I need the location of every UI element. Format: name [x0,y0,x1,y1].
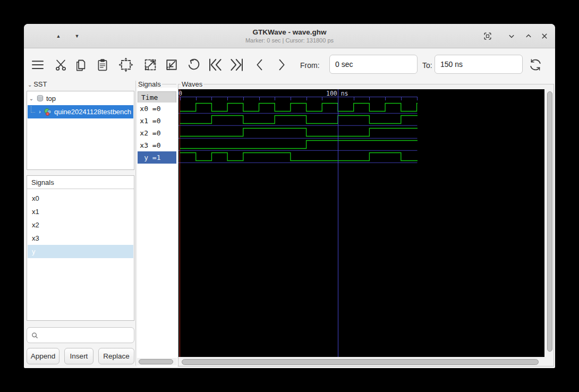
timeline-tick [291,97,291,100]
signal-value-row-x3[interactable]: x3 =0 [138,139,176,151]
tree-node-label: top [46,95,56,103]
waves-hscrollbar[interactable] [179,358,544,366]
window-title: GTKWave - wave.ghw [24,28,555,36]
module-icon [44,108,52,116]
signal-list: x0x1x2x3y [27,191,134,320]
signal-list-item-x1[interactable]: x1 [28,205,133,218]
step-right-icon[interactable] [273,56,290,73]
cursor-line[interactable] [338,89,338,357]
tree-node-label: quine20241128testbench [54,108,131,116]
copy-icon[interactable] [72,56,89,73]
sst-node-testbench[interactable]: › quine20241128testbench [28,105,133,118]
timeline-tick [369,97,370,100]
sst-node-top[interactable]: ⌄ top [28,92,133,105]
from-label: From: [300,61,320,70]
from-input[interactable] [329,55,418,74]
timeline-tick [275,97,275,100]
signal-list-item-x3[interactable]: x3 [28,232,133,245]
signal-value-row-x1[interactable]: x1 =0 [138,115,176,127]
sst-tree: ⌄ top › quine20241128testbench [27,91,134,170]
wave-y[interactable] [178,150,544,163]
titlebar-text: GTKWave - wave.ghw Marker: 0 sec | Curso… [24,24,555,44]
waves-frame-label: Waves [181,80,203,88]
minimize-icon[interactable] [506,31,518,41]
cut-icon[interactable] [52,56,69,73]
timeline-tick [196,97,197,100]
hierarchy-icon [36,95,44,103]
undo-icon[interactable] [185,56,202,73]
expander-down-icon[interactable]: ⌄ [28,96,35,101]
to-end-icon[interactable] [228,56,245,73]
to-input[interactable] [435,55,523,74]
gtkwave-window: ▲ ▼ GTKWave - wave.ghw Marker: 0 sec | C… [24,24,555,368]
signal-list-item-x2[interactable]: x2 [28,218,133,232]
window-subtitle: Marker: 0 sec | Cursor: 131800 ps [24,37,555,44]
timeline-tick [306,97,307,100]
maximize-icon[interactable] [523,31,535,41]
insert-button[interactable]: Insert [64,348,93,364]
titlebar: ▲ ▼ GTKWave - wave.ghw Marker: 0 sec | C… [24,24,555,48]
timeline-label: 100 ns [326,90,348,97]
tree-guide [31,106,35,113]
timeline-tick [322,97,322,100]
frame-line [161,84,176,84]
signals-frame-label: Signals [137,80,162,88]
timeline-tick [180,97,181,100]
signal-list-panel: Signals x0x1x2x3y [27,175,134,321]
fit-window-icon[interactable] [482,31,494,41]
wave-x3[interactable] [178,138,544,151]
expander-right-icon[interactable]: › [36,109,44,115]
wave-x2[interactable] [178,126,544,139]
step-left-icon[interactable] [251,56,268,73]
timeline-tick [211,97,212,100]
zoom-out-icon[interactable] [163,56,180,73]
wave-x1[interactable] [178,113,544,126]
timeline-tick [417,97,418,100]
paste-icon[interactable] [94,56,111,73]
signal-list-item-x0[interactable]: x0 [28,192,133,205]
timeline-axis [178,97,418,97]
sst-header[interactable]: ⌄ SST [27,80,48,88]
append-button[interactable]: Append [27,348,59,364]
marker-line[interactable] [180,89,180,357]
timeline-tick [354,97,354,100]
zoom-fit-icon[interactable] [117,56,134,73]
wave-x0[interactable] [178,101,544,114]
time-header[interactable]: Time [138,91,176,103]
signal-value-row-x2[interactable]: x2 =0 [138,127,176,139]
menu-icon[interactable] [29,56,46,73]
timeline-tick [385,97,386,100]
search-icon [31,331,39,339]
close-icon[interactable] [539,31,551,41]
signals-values-panel: Time x0 =0x1 =0x2 =0x3 =0y =1 [137,88,177,367]
waves-vscrollbar[interactable] [546,90,554,356]
to-label: To: [422,61,432,70]
signal-list-header: Signals [27,176,134,189]
frame-line [203,84,553,84]
pane-splitter-left[interactable] [135,81,136,365]
signal-value-row-y[interactable]: y =1 [138,151,176,164]
timeline-tick [401,97,402,100]
to-start-icon[interactable] [207,56,224,73]
signal-value-row-x0[interactable]: x0 =0 [138,103,176,115]
signals-hscrollbar[interactable] [137,358,177,365]
signal-list-item-y[interactable]: y [28,245,133,258]
signal-search-box[interactable] [27,327,134,343]
reload-icon[interactable] [527,56,544,73]
wave-canvas[interactable]: 0100 ns [178,89,544,357]
timeline-tick [243,97,244,100]
zoom-in-icon[interactable] [142,56,159,73]
timeline-tick [259,97,260,100]
replace-button[interactable]: Replace [98,348,134,364]
timeline-tick [227,97,228,100]
